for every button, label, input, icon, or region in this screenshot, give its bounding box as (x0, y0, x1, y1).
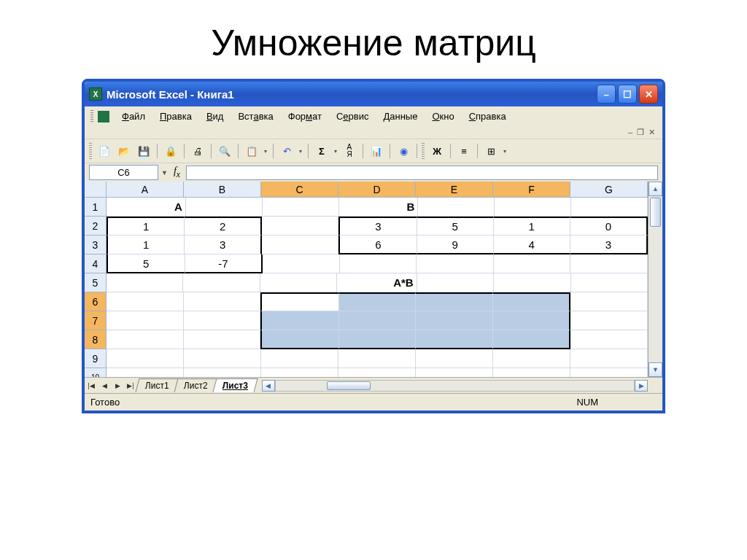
cell-C2[interactable] (262, 217, 338, 236)
sheet-tab-1[interactable]: Лист1 (135, 378, 179, 392)
excel-doc-icon[interactable] (98, 111, 109, 122)
col-head-E[interactable]: E (416, 182, 493, 198)
paste-dropdown[interactable]: ▾ (263, 148, 268, 155)
cell-D7[interactable] (339, 311, 417, 330)
menu-data[interactable]: Данные (376, 109, 424, 123)
cell-A7[interactable] (107, 311, 184, 330)
cell-G4[interactable] (570, 254, 648, 273)
cell-F8[interactable] (493, 330, 571, 349)
cell-G6[interactable] (570, 292, 648, 311)
undo-icon[interactable]: ↶ (278, 142, 295, 160)
scroll-right-icon[interactable]: ▶ (635, 380, 648, 392)
cell-E4[interactable] (417, 254, 494, 273)
row-head-5[interactable]: 5 (85, 273, 107, 292)
menu-service[interactable]: Сервис (330, 109, 376, 123)
chart-wizard-icon[interactable]: 📊 (368, 142, 385, 160)
doc-close-button[interactable]: ✕ (649, 128, 655, 137)
cell-E2[interactable]: 5 (417, 217, 494, 236)
cell-C5[interactable] (260, 273, 337, 292)
cell-C9[interactable] (261, 349, 338, 368)
cell-G7[interactable] (570, 311, 648, 330)
cell-A2[interactable]: 1 (107, 217, 185, 236)
select-all-corner[interactable] (85, 182, 107, 198)
fx-icon[interactable]: fx (174, 166, 180, 179)
cell-D6[interactable] (339, 292, 417, 311)
row-head-3[interactable]: 3 (85, 236, 107, 254)
cell-G9[interactable] (570, 349, 648, 368)
scroll-thumb[interactable] (650, 198, 661, 227)
menubar-grip[interactable] (90, 110, 93, 123)
row-head-9[interactable]: 9 (85, 349, 107, 368)
menu-help[interactable]: Справка (462, 109, 513, 123)
permissions-icon[interactable]: 🔒 (162, 142, 179, 160)
menu-window[interactable]: Окно (425, 109, 460, 123)
hscroll-thumb[interactable] (327, 381, 371, 390)
horizontal-scrollbar[interactable]: ◀ ▶ (262, 380, 648, 392)
cell-C7[interactable] (260, 311, 339, 330)
name-box[interactable]: C6 (89, 165, 158, 180)
cell-G1[interactable] (571, 198, 648, 217)
name-box-dropdown[interactable]: ▼ (161, 169, 168, 176)
cell-F5[interactable] (494, 273, 570, 292)
bold-icon[interactable]: Ж (428, 142, 446, 160)
menu-edit[interactable]: Правка (153, 109, 198, 123)
menu-insert[interactable]: Вставка (231, 109, 279, 123)
cell-D9[interactable] (338, 349, 416, 368)
cell-D1[interactable]: B (339, 198, 419, 217)
autosum-icon[interactable]: Σ (313, 142, 330, 160)
cell-F1[interactable] (495, 198, 571, 217)
cell-C8[interactable] (260, 330, 339, 349)
cell-A5[interactable] (107, 273, 183, 292)
cell-C6[interactable] (260, 292, 339, 311)
new-file-icon[interactable]: 📄 (96, 142, 113, 160)
cell-E6[interactable] (416, 292, 493, 311)
cell-E5[interactable] (417, 273, 494, 292)
cell-D10[interactable] (338, 368, 416, 377)
sheet-tab-2[interactable]: Лист2 (174, 378, 217, 392)
borders-icon[interactable]: ⊞ (482, 142, 500, 160)
cell-G5[interactable] (571, 273, 648, 292)
cell-D2[interactable]: 3 (338, 217, 417, 236)
menu-file[interactable]: Файл (115, 109, 152, 123)
col-head-G[interactable]: G (570, 182, 648, 198)
cell-F2[interactable]: 1 (494, 217, 570, 236)
scroll-left-icon[interactable]: ◀ (262, 380, 275, 392)
cell-D4[interactable] (340, 254, 417, 273)
cell-F9[interactable] (493, 349, 570, 368)
row-head-2[interactable]: 2 (85, 217, 107, 236)
cell-F3[interactable]: 4 (494, 236, 570, 254)
col-head-C[interactable]: C (261, 182, 338, 198)
cell-B10[interactable] (184, 368, 261, 377)
scroll-down-icon[interactable]: ▼ (649, 362, 662, 377)
doc-restore-button[interactable]: ❐ (637, 128, 644, 137)
scroll-up-icon[interactable]: ▲ (649, 182, 662, 196)
print-icon[interactable]: 🖨 (189, 142, 206, 160)
tab-prev-icon[interactable]: ◀ (98, 379, 111, 392)
print-preview-icon[interactable]: 🔍 (216, 142, 233, 160)
cell-D8[interactable] (339, 330, 417, 349)
cell-E7[interactable] (416, 311, 493, 330)
cell-A1[interactable]: A (107, 198, 186, 217)
cell-E8[interactable] (416, 330, 493, 349)
menu-format[interactable]: Формат (282, 109, 328, 123)
cell-G3[interactable]: 3 (570, 236, 648, 254)
cell-F10[interactable] (493, 368, 570, 377)
cell-G10[interactable] (570, 368, 648, 377)
cell-D5[interactable]: A*B (337, 273, 417, 292)
cell-F6[interactable] (493, 292, 571, 311)
maximize-button[interactable]: ☐ (618, 85, 637, 104)
cell-B2[interactable]: 2 (185, 217, 262, 236)
row-head-6[interactable]: 6 (85, 292, 107, 311)
row-head-1[interactable]: 1 (85, 198, 107, 217)
tab-next-icon[interactable]: ▶ (111, 379, 124, 392)
cell-F7[interactable] (493, 311, 571, 330)
cell-B3[interactable]: 3 (185, 236, 262, 254)
cell-G2[interactable]: 0 (570, 217, 648, 236)
formula-input[interactable] (186, 166, 658, 180)
col-head-B[interactable]: B (184, 182, 261, 198)
cell-D3[interactable]: 6 (338, 236, 417, 254)
tab-first-icon[interactable]: |◀ (85, 379, 98, 392)
cell-E9[interactable] (416, 349, 493, 368)
col-head-F[interactable]: F (493, 182, 570, 198)
cell-C4[interactable] (263, 254, 340, 273)
